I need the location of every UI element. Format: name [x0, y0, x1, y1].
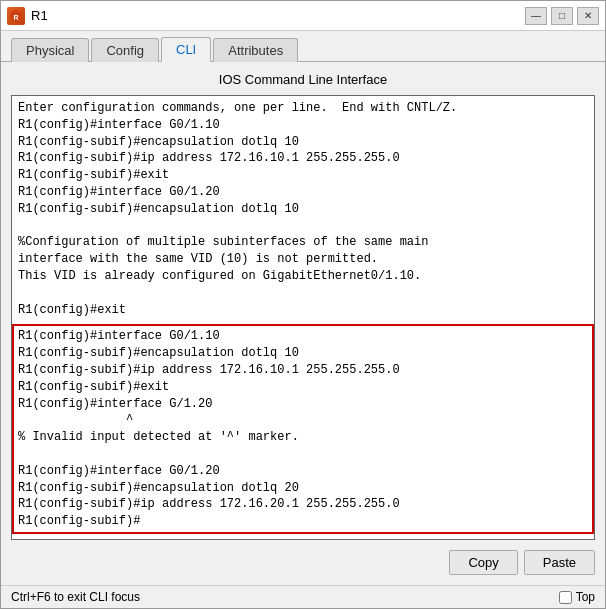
- tab-config[interactable]: Config: [91, 38, 159, 62]
- tab-attributes[interactable]: Attributes: [213, 38, 298, 62]
- maximize-button[interactable]: □: [551, 7, 573, 25]
- paste-button[interactable]: Paste: [524, 550, 595, 575]
- content-area: IOS Command Line Interface Enter configu…: [1, 62, 605, 585]
- svg-text:R: R: [13, 13, 18, 20]
- tab-cli[interactable]: CLI: [161, 37, 211, 62]
- app-icon: R: [7, 7, 25, 25]
- section-title: IOS Command Line Interface: [11, 70, 595, 89]
- minimize-button[interactable]: —: [525, 7, 547, 25]
- cli-highlighted: R1(config)#interface G0/1.10 R1(config-s…: [14, 326, 592, 532]
- tab-bar: Physical Config CLI Attributes: [1, 31, 605, 62]
- tab-physical[interactable]: Physical: [11, 38, 89, 62]
- title-bar-left: R R1: [7, 7, 48, 25]
- highlighted-block: R1(config)#interface G0/1.10 R1(config-s…: [12, 324, 594, 534]
- close-button[interactable]: ✕: [577, 7, 599, 25]
- cli-container[interactable]: Enter configuration commands, one per li…: [11, 95, 595, 540]
- title-controls: — □ ✕: [525, 7, 599, 25]
- main-window: R R1 — □ ✕ Physical Config CLI Attribute…: [0, 0, 606, 609]
- cli-lines-before: Enter configuration commands, one per li…: [12, 96, 594, 322]
- cli-hint: Ctrl+F6 to exit CLI focus: [11, 590, 140, 604]
- top-label[interactable]: Top: [576, 590, 595, 604]
- top-checkbox[interactable]: [559, 591, 572, 604]
- window-title: R1: [31, 8, 48, 23]
- status-bar: Ctrl+F6 to exit CLI focus Top: [1, 585, 605, 608]
- title-bar: R R1 — □ ✕: [1, 1, 605, 31]
- cli-scroll[interactable]: Enter configuration commands, one per li…: [12, 96, 594, 539]
- top-checkbox-wrap: Top: [559, 590, 595, 604]
- copy-button[interactable]: Copy: [449, 550, 517, 575]
- button-row: Copy Paste: [11, 546, 595, 579]
